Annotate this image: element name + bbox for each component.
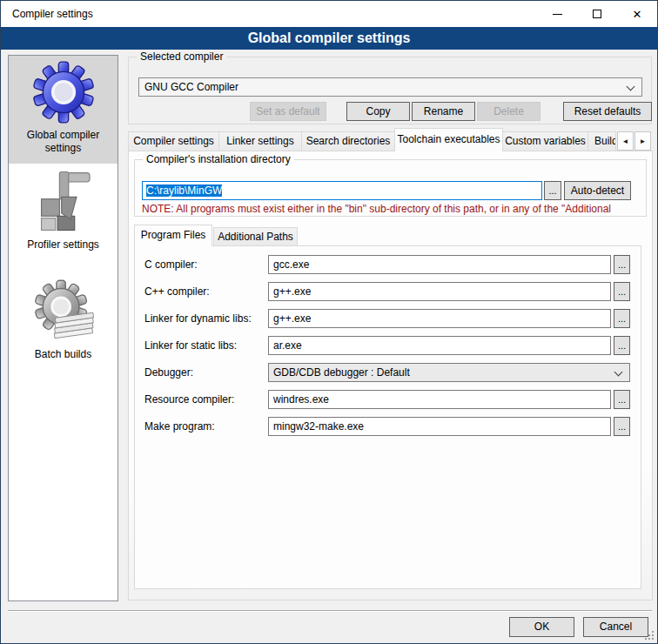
window-title: Compiler settings bbox=[12, 1, 93, 27]
tab-build-options[interactable]: Build options bbox=[588, 131, 616, 151]
c-compiler-row: C compiler: gcc.exe ... bbox=[135, 255, 641, 274]
c-compiler-browse-button[interactable]: ... bbox=[614, 255, 630, 274]
tab-toolchain-executables[interactable]: Toolchain executables bbox=[394, 128, 503, 151]
arrow-right-icon: ► bbox=[640, 138, 647, 145]
compiler-select-value: GNU GCC Compiler bbox=[144, 81, 238, 93]
program-files-page: C compiler: gcc.exe ... C++ compiler: g+… bbox=[134, 245, 641, 589]
installation-directory-group: Compiler's installation directory C:\ray… bbox=[134, 159, 647, 217]
selected-compiler-group: Selected compiler GNU GCC Compiler Set a… bbox=[128, 57, 652, 124]
c-compiler-input[interactable]: gcc.exe bbox=[268, 255, 611, 274]
cancel-button[interactable]: Cancel bbox=[583, 617, 648, 637]
blue-gear-icon bbox=[32, 61, 95, 124]
tab-scroll-left-button[interactable]: ◄ bbox=[617, 131, 634, 151]
maximize-icon bbox=[593, 10, 601, 18]
cpp-compiler-input[interactable]: g++.exe bbox=[268, 282, 611, 301]
install-dir-note: NOTE: All programs must exist either in … bbox=[142, 203, 643, 215]
debugger-label: Debugger: bbox=[144, 363, 193, 382]
dynamic-linker-row: Linker for dynamic libs: g++.exe ... bbox=[135, 309, 641, 328]
caption-buttons: ✕ bbox=[537, 1, 657, 27]
reset-defaults-button[interactable]: Reset defaults bbox=[563, 102, 652, 121]
sidebar-item-batch-builds[interactable]: Batch builds bbox=[9, 277, 118, 381]
ok-button[interactable]: OK bbox=[509, 617, 574, 637]
make-program-input[interactable]: mingw32-make.exe bbox=[268, 417, 611, 436]
tab-compiler-settings[interactable]: Compiler settings bbox=[128, 131, 219, 151]
debugger-row: Debugger: GDB/CDB debugger : Default bbox=[135, 363, 641, 382]
tab-custom-variables[interactable]: Custom variables bbox=[502, 131, 588, 151]
chevron-down-icon bbox=[614, 368, 623, 377]
delete-button[interactable]: Delete bbox=[477, 102, 540, 121]
tab-linker-settings[interactable]: Linker settings bbox=[218, 131, 302, 151]
sidebar-item-label: Batch builds bbox=[16, 348, 111, 361]
dynamic-linker-input[interactable]: g++.exe bbox=[268, 309, 611, 328]
static-linker-label: Linker for static libs: bbox=[144, 336, 237, 355]
resource-compiler-label: Resource compiler: bbox=[144, 390, 234, 409]
resize-grip[interactable] bbox=[645, 631, 654, 640]
cpp-compiler-row: C++ compiler: g++.exe ... bbox=[135, 282, 641, 301]
compiler-settings-window: Compiler settings ✕ Global compiler sett… bbox=[0, 0, 658, 644]
debugger-select[interactable]: GDB/CDB debugger : Default bbox=[268, 363, 630, 382]
dynamic-linker-browse-button[interactable]: ... bbox=[614, 309, 630, 328]
tab-search-directories[interactable]: Search directories bbox=[301, 131, 395, 151]
compiler-select[interactable]: GNU GCC Compiler bbox=[138, 77, 642, 97]
minimize-icon bbox=[553, 14, 562, 15]
rename-button[interactable]: Rename bbox=[412, 102, 475, 121]
sidebar-item-global-compiler-settings[interactable]: Global compiler settings bbox=[9, 56, 118, 164]
close-icon: ✕ bbox=[633, 9, 642, 20]
chevron-down-icon bbox=[627, 83, 635, 91]
cpp-compiler-label: C++ compiler: bbox=[144, 282, 210, 301]
footer-divider bbox=[8, 610, 652, 612]
settings-category-list: Global compiler settings Profiler settin… bbox=[8, 55, 118, 601]
dynamic-linker-label: Linker for dynamic libs: bbox=[144, 309, 252, 328]
make-program-label: Make program: bbox=[144, 417, 215, 436]
set-as-default-button[interactable]: Set as default bbox=[250, 102, 326, 121]
browse-install-dir-button[interactable]: ... bbox=[544, 181, 561, 200]
cpp-compiler-browse-button[interactable]: ... bbox=[614, 282, 630, 301]
arrow-left-icon: ◄ bbox=[622, 138, 629, 145]
sidebar-item-profiler-settings[interactable]: Profiler settings bbox=[9, 167, 118, 265]
batch-builds-gear-icon bbox=[31, 278, 96, 343]
page-title: Global compiler settings bbox=[1, 27, 657, 50]
close-button[interactable]: ✕ bbox=[617, 1, 657, 27]
subtab-additional-paths[interactable]: Additional Paths bbox=[213, 227, 298, 246]
debugger-select-value: GDB/CDB debugger : Default bbox=[273, 366, 410, 379]
minimize-button[interactable] bbox=[537, 1, 577, 27]
installation-directory-group-label: Compiler's installation directory bbox=[143, 153, 294, 166]
c-compiler-label: C compiler: bbox=[144, 255, 198, 274]
sidebar-item-label: Profiler settings bbox=[16, 238, 111, 252]
profiler-caliper-icon bbox=[31, 169, 96, 233]
toolchain-executables-page: Compiler's installation directory C:\ray… bbox=[128, 151, 653, 600]
title-bar[interactable]: Compiler settings ✕ bbox=[1, 1, 657, 27]
resource-compiler-input[interactable]: windres.exe bbox=[268, 390, 611, 409]
static-linker-input[interactable]: ar.exe bbox=[268, 336, 611, 355]
install-dir-input[interactable]: C:\raylib\MinGW bbox=[142, 181, 542, 200]
tab-scroll-right-button[interactable]: ► bbox=[634, 131, 651, 151]
resource-compiler-row: Resource compiler: windres.exe ... bbox=[135, 390, 641, 409]
make-program-row: Make program: mingw32-make.exe ... bbox=[135, 417, 641, 436]
subtab-program-files[interactable]: Program Files bbox=[134, 225, 212, 246]
make-program-browse-button[interactable]: ... bbox=[614, 417, 630, 436]
static-linker-row: Linker for static libs: ar.exe ... bbox=[135, 336, 641, 355]
auto-detect-button[interactable]: Auto-detect bbox=[564, 181, 631, 200]
install-dir-selected-text: C:\raylib\MinGW bbox=[146, 184, 222, 197]
static-linker-browse-button[interactable]: ... bbox=[614, 336, 630, 355]
copy-button[interactable]: Copy bbox=[346, 102, 410, 121]
resource-compiler-browse-button[interactable]: ... bbox=[614, 390, 630, 409]
maximize-button[interactable] bbox=[577, 1, 617, 27]
sidebar-item-label: Global compiler settings bbox=[16, 129, 111, 155]
selected-compiler-group-label: Selected compiler bbox=[137, 50, 226, 64]
